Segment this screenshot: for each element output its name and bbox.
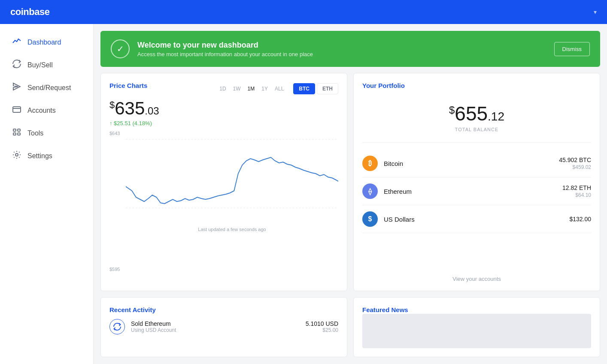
- asset-values-usd: $132.00: [569, 216, 591, 223]
- svg-rect-3: [13, 129, 16, 131]
- asset-name-eth: Ethereum: [384, 188, 556, 195]
- chart-container: $643 $595 Last updated a few seconds ago: [109, 131, 338, 282]
- featured-news-card: Featured News: [353, 297, 600, 357]
- logo: coinbase: [10, 6, 49, 18]
- chart-svg-wrapper: [126, 131, 338, 225]
- eth-crypto-amount: 12.82 ETH: [562, 184, 591, 191]
- welcome-subtitle: Access the most important information ab…: [137, 51, 546, 57]
- price-whole: 635: [115, 98, 145, 118]
- portfolio-cents: .12: [488, 110, 504, 123]
- sidebar-settings-label: Settings: [27, 152, 52, 160]
- chart-high-label: $643: [109, 131, 120, 136]
- card-icon: [12, 105, 21, 116]
- btc-crypto-amount: 45.902 BTC: [559, 156, 591, 163]
- sidebar-item-settings[interactable]: Settings: [0, 144, 93, 167]
- svg-point-7: [15, 153, 18, 156]
- sidebar-dashboard-label: Dashboard: [27, 39, 61, 46]
- price-chart-svg: [126, 131, 338, 217]
- sidebar: Dashboard Buy/Sell Send/Request: [0, 24, 94, 364]
- asset-name-usd: US Dollars: [384, 216, 563, 223]
- asset-values-eth: 12.82 ETH $64.10: [562, 184, 591, 198]
- crypto-toggle: BTC ETH: [293, 83, 338, 94]
- activity-refresh-icon: [109, 319, 125, 334]
- tools-icon: [12, 128, 21, 138]
- price-cents: .03: [145, 105, 159, 117]
- top-header: coinbase ▾: [0, 0, 607, 24]
- portfolio-title: Your Portfolio: [362, 82, 591, 89]
- price-charts-card: Price Charts 1D 1W 1M 1Y ALL BTC ETH: [100, 73, 347, 291]
- eth-usd-amount: $64.10: [562, 192, 591, 198]
- chart-low-label: $595: [109, 267, 120, 272]
- filter-all[interactable]: ALL: [273, 85, 285, 93]
- welcome-check-icon: ✓: [111, 39, 130, 58]
- sidebar-accounts-label: Accounts: [27, 107, 56, 114]
- portfolio-whole: 655: [455, 102, 488, 125]
- bottom-grid-row: Recent Activity Sold Ethereum Using USD …: [100, 297, 600, 357]
- eth-icon: ⟠: [362, 184, 378, 199]
- view-accounts-link[interactable]: View your accounts: [362, 269, 591, 282]
- asset-row-btc: ₿ Bitcoin 45.902 BTC $459.02: [362, 150, 591, 177]
- btc-button[interactable]: BTC: [293, 83, 315, 94]
- usd-icon: $: [362, 211, 378, 227]
- sidebar-item-accounts[interactable]: Accounts: [0, 99, 93, 122]
- news-placeholder: [362, 314, 591, 348]
- svg-rect-1: [13, 107, 21, 112]
- price-change: ↑ $25.51 (4.18%): [109, 120, 338, 126]
- filter-1w[interactable]: 1W: [231, 85, 243, 93]
- svg-rect-6: [18, 133, 20, 135]
- sidebar-item-dashboard[interactable]: Dashboard: [0, 31, 93, 54]
- usd-amount: $132.00: [569, 216, 591, 223]
- price-charts-title: Price Charts: [109, 82, 147, 89]
- eth-button[interactable]: ETH: [317, 83, 338, 94]
- asset-row-eth: ⟠ Ethereum 12.82 ETH $64.10: [362, 177, 591, 205]
- top-grid-row: Price Charts 1D 1W 1M 1Y ALL BTC ETH: [100, 73, 600, 291]
- portfolio-balance: $655.12 TOTAL BALANCE: [362, 95, 591, 143]
- price-main: $635.03: [109, 99, 338, 117]
- activity-icon: [12, 37, 21, 48]
- sidebar-item-buysell[interactable]: Buy/Sell: [0, 54, 93, 76]
- welcome-banner: ✓ Welcome to your new dashboard Access t…: [100, 31, 600, 67]
- sidebar-tools-label: Tools: [27, 129, 43, 137]
- asset-values-btc: 45.902 BTC $459.02: [559, 156, 591, 170]
- chart-updated: Last updated a few seconds ago: [126, 227, 338, 232]
- activity-usd-value: $25.00: [306, 327, 338, 333]
- sidebar-sendrequest-label: Send/Request: [27, 84, 71, 92]
- asset-name-btc: Bitcoin: [384, 160, 553, 167]
- sidebar-item-tools[interactable]: Tools: [0, 122, 93, 144]
- activity-row: Sold Ethereum Using USD Account 5.1010 U…: [109, 314, 338, 340]
- content-area: ✓ Welcome to your new dashboard Access t…: [94, 24, 607, 364]
- activity-amounts: 5.1010 USD $25.00: [306, 320, 338, 333]
- recent-activity-title: Recent Activity: [109, 306, 156, 313]
- btc-icon: ₿: [362, 156, 378, 171]
- price-display: $635.03 ↑ $25.51 (4.18%): [109, 99, 338, 126]
- btc-usd-amount: $459.02: [559, 164, 591, 170]
- svg-rect-4: [13, 133, 16, 135]
- refresh-icon: [12, 60, 21, 70]
- send-icon: [12, 82, 21, 93]
- sidebar-item-sendrequest[interactable]: Send/Request: [0, 76, 93, 99]
- svg-rect-5: [18, 129, 20, 131]
- portfolio-card: Your Portfolio $655.12 TOTAL BALANCE ₿ B…: [353, 73, 600, 291]
- chart-labels: $643 $595: [109, 131, 120, 272]
- sidebar-buysell-label: Buy/Sell: [27, 61, 53, 69]
- filter-1d[interactable]: 1D: [218, 85, 228, 93]
- activity-subtitle: Using USD Account: [131, 327, 300, 333]
- activity-crypto-value: 5.1010 USD: [306, 320, 338, 327]
- filter-1y[interactable]: 1Y: [260, 85, 270, 93]
- welcome-title: Welcome to your new dashboard: [137, 41, 546, 50]
- filter-1m[interactable]: 1M: [246, 85, 257, 93]
- asset-row-usd: $ US Dollars $132.00: [362, 205, 591, 233]
- featured-news-title: Featured News: [362, 306, 408, 313]
- activity-info: Sold Ethereum Using USD Account: [131, 320, 300, 333]
- dismiss-button[interactable]: Dismiss: [554, 42, 590, 56]
- portfolio-amount: $655.12: [362, 102, 591, 125]
- activity-title: Sold Ethereum: [131, 320, 300, 327]
- welcome-text: Welcome to your new dashboard Access the…: [137, 41, 546, 57]
- svg-marker-0: [13, 83, 20, 90]
- gear-icon: [12, 150, 21, 161]
- header-chevron-icon[interactable]: ▾: [594, 9, 597, 15]
- time-filters: 1D 1W 1M 1Y ALL: [218, 85, 285, 93]
- main-layout: Dashboard Buy/Sell Send/Request: [0, 24, 607, 364]
- recent-activity-card: Recent Activity Sold Ethereum Using USD …: [100, 297, 347, 357]
- portfolio-label: TOTAL BALANCE: [362, 127, 591, 132]
